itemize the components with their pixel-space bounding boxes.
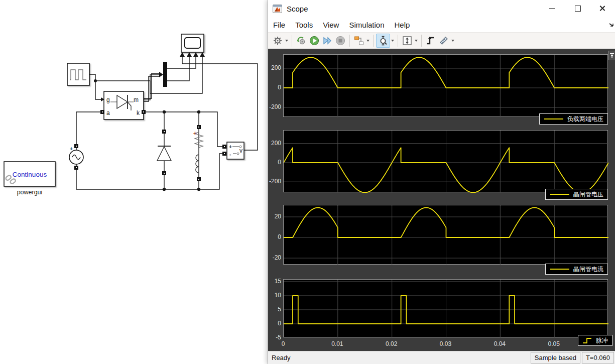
menu-help[interactable]: Help	[390, 19, 415, 31]
y-tick-label: 0	[268, 320, 281, 327]
plot-canvas-1	[284, 55, 608, 117]
powergui-name-label: powergui	[17, 189, 43, 196]
menu-tools[interactable]: Tools	[290, 19, 318, 31]
stop-icon[interactable]	[334, 34, 347, 47]
expand-axes-icon	[609, 53, 614, 58]
dock-arrow-icon[interactable]	[608, 22, 614, 28]
status-bar: Ready Sample based T=0.060	[268, 351, 615, 364]
x-tick-label: 0	[273, 340, 293, 347]
source-plus-label: +	[70, 146, 73, 152]
minimize-icon	[549, 8, 555, 9]
legend-line-glyph	[550, 266, 570, 273]
menu-simulation[interactable]: Simulation	[344, 19, 389, 31]
scope-app-icon	[273, 5, 282, 13]
maximize-button[interactable]	[566, 0, 589, 17]
legend-3[interactable]: 晶闸管电流	[545, 264, 608, 275]
vm-minus-label: -	[229, 152, 231, 157]
legend-line-glyph	[550, 191, 570, 198]
y-tick-label: -5	[268, 334, 281, 341]
toolbar	[268, 32, 615, 49]
x-tick-label: 0.05	[544, 340, 564, 347]
diode-block[interactable]	[157, 146, 171, 161]
thyristor-port-a: a	[106, 109, 110, 116]
x-tick-label: 0.03	[436, 340, 456, 347]
thyristor-block[interactable]: g a m k	[104, 91, 144, 119]
model-svg: g a m k +	[0, 0, 268, 364]
highlight-simulink-block-icon[interactable]	[295, 34, 308, 47]
x-tick-label: 0.04	[489, 340, 510, 347]
status-text: Ready	[272, 354, 531, 361]
legend-line-glyph	[544, 115, 564, 123]
menu-file[interactable]: File	[268, 19, 290, 31]
x-tick-label: 0.01	[327, 340, 347, 347]
status-sim-time: T=0.060	[582, 352, 614, 363]
minimize-button[interactable]	[540, 0, 563, 17]
screen: g a m k +	[0, 0, 615, 364]
plot-axes-1[interactable]	[283, 54, 608, 117]
demux-block[interactable]	[163, 62, 167, 87]
y-tick-label: -20	[268, 254, 281, 261]
run-icon[interactable]	[308, 34, 321, 47]
window-title: Scope	[287, 5, 308, 13]
powergui-block[interactable]: Continuous powergui	[4, 162, 55, 196]
zoom-dropdown[interactable]	[390, 34, 395, 47]
measurements-icon[interactable]	[437, 34, 450, 47]
title-bar[interactable]: Scope	[268, 0, 615, 18]
legend-label: 晶闸管电压	[573, 190, 603, 199]
thyristor-port-k: k	[137, 109, 140, 116]
menu-bar: File Tools View Simulation Help	[268, 18, 615, 32]
plot-axes-3[interactable]	[283, 205, 608, 265]
y-tick-label: -200	[268, 103, 281, 110]
plot-canvas-3	[284, 205, 608, 265]
y-tick-label: -200	[268, 178, 281, 185]
vm-plus-label: +	[229, 144, 232, 150]
measurements-dropdown[interactable]	[450, 34, 455, 47]
configuration-gear-icon[interactable]	[271, 34, 284, 47]
thyristor-port-m: m	[134, 96, 139, 103]
simulink-model-canvas[interactable]: g a m k +	[0, 0, 268, 364]
legend-label: 晶闸管电流	[573, 265, 603, 274]
scope-screen-icon	[185, 38, 200, 48]
electrical-wires[interactable]	[76, 112, 224, 189]
y-tick-label: 15	[268, 278, 281, 285]
y-tick-label: 0	[268, 159, 281, 166]
status-sample-mode: Sample based	[531, 352, 580, 363]
plot-region: 2000-200负载两端电压2000-200晶闸管电压200-20晶闸管电流15…	[268, 49, 615, 351]
close-button[interactable]	[590, 0, 613, 17]
legend-label: 脉冲	[596, 336, 608, 345]
plot-canvas-2	[284, 131, 608, 193]
ac-voltage-source-block[interactable]: +	[69, 146, 83, 166]
layout-style-dropdown[interactable]	[365, 34, 371, 47]
x-tick-label: 0.02	[382, 340, 402, 347]
plot-axes-2[interactable]	[283, 130, 608, 192]
scale-axes-dropdown[interactable]	[414, 34, 419, 47]
pulse-generator-block[interactable]	[67, 63, 89, 85]
powergui-mode-label: Continuous	[13, 171, 47, 178]
legend-label: 负载两端电压	[567, 115, 603, 124]
rl-branch-block[interactable]: +	[193, 129, 203, 173]
thyristor-port-g: g	[106, 96, 110, 103]
zoom-icon[interactable]	[376, 34, 390, 48]
step-forward-icon[interactable]	[321, 34, 334, 47]
legend-1[interactable]: 负载两端电压	[539, 113, 608, 125]
scope-input-ports	[180, 52, 205, 57]
plot-axes-4[interactable]	[283, 279, 608, 337]
configuration-dropdown[interactable]	[284, 34, 289, 47]
inductor-icon	[196, 155, 199, 173]
maximize-axes-button[interactable]	[608, 51, 615, 60]
y-tick-label: 200	[268, 140, 281, 147]
plot-canvas-4	[284, 280, 608, 338]
layout-style-icon[interactable]	[352, 34, 365, 47]
legend-2[interactable]: 晶闸管电压	[545, 189, 608, 200]
menu-view[interactable]: View	[318, 19, 344, 31]
trigger-icon[interactable]	[424, 34, 437, 47]
y-tick-label: 0	[268, 233, 281, 240]
legend-4[interactable]: 脉冲	[578, 335, 612, 346]
y-tick-label: 5	[268, 306, 281, 313]
legend-step-glyph	[582, 337, 592, 344]
voltage-measurement-block[interactable]: + - v	[227, 142, 244, 159]
scope-window: Scope File Tools View Simulation Help	[268, 0, 615, 364]
close-icon	[599, 5, 605, 12]
scope-block[interactable]	[180, 34, 205, 57]
scale-axes-icon[interactable]	[401, 34, 414, 47]
